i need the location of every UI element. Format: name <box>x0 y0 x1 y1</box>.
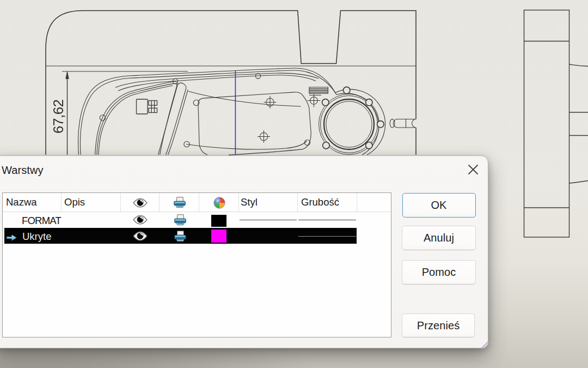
close-icon[interactable] <box>467 163 480 176</box>
layer-thickness-preview[interactable] <box>298 220 356 220</box>
column-separator <box>199 193 199 212</box>
print-column-printer-icon[interactable] <box>174 197 186 208</box>
help-button[interactable]: Pomoc <box>402 260 476 285</box>
column-header-description[interactable]: Opis <box>64 193 85 212</box>
layer-name[interactable]: Ukryte <box>22 231 51 243</box>
current-layer-arrow-icon <box>7 234 17 241</box>
layers-table: Nazwa Opis Styl Grubość FORMAT Ukryte <box>2 192 391 337</box>
layer-thickness-preview[interactable] <box>298 236 356 237</box>
layer-color-swatch[interactable] <box>211 230 226 243</box>
layer-visibility-eye-icon[interactable] <box>133 231 148 241</box>
layer-color-swatch[interactable] <box>211 215 227 227</box>
layers-dialog: Warstwy Nazwa Opis Styl Grubość FORMAT <box>0 155 488 349</box>
column-separator <box>297 193 298 212</box>
dialog-title: Warstwy <box>2 164 44 177</box>
layer-print-printer-icon[interactable] <box>174 214 186 226</box>
column-separator <box>159 193 160 212</box>
column-separator <box>61 193 62 212</box>
cancel-button[interactable]: Anuluj <box>402 226 476 251</box>
visibility-column-eye-icon[interactable] <box>133 198 148 208</box>
column-separator <box>357 193 357 212</box>
column-separator <box>238 193 239 212</box>
layer-style-preview[interactable] <box>240 220 297 220</box>
table-header: Nazwa Opis Styl Grubość <box>3 193 391 212</box>
layer-print-printer-icon[interactable] <box>174 231 186 242</box>
layer-name[interactable]: FORMAT <box>22 215 63 227</box>
column-header-thickness[interactable]: Grubość <box>301 193 339 212</box>
ok-button[interactable]: OK <box>402 193 476 218</box>
move-button[interactable]: Przenieś <box>402 313 475 337</box>
column-header-name[interactable]: Nazwa <box>6 193 37 212</box>
color-column-wheel-icon[interactable] <box>213 197 225 209</box>
header-underline <box>3 212 391 212</box>
column-separator <box>120 193 121 212</box>
column-header-style[interactable]: Styl <box>241 193 258 212</box>
dimension-label: 67,62 <box>50 99 66 134</box>
layer-visibility-eye-icon[interactable] <box>133 215 148 225</box>
